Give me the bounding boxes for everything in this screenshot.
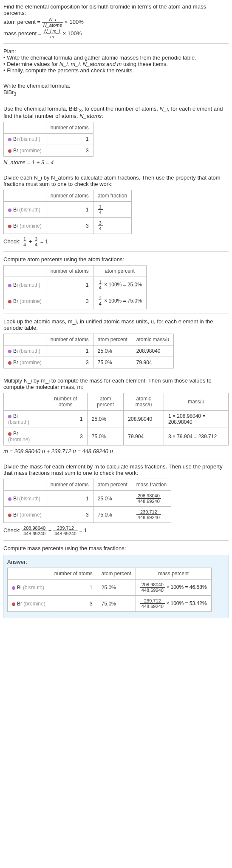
table-header-row: number of atoms atom percent	[4, 266, 147, 277]
count-text: Use the chemical formula, BiBr3, to coun…	[3, 106, 229, 120]
table-header-row: number of atoms atom percent atomic mass…	[4, 393, 229, 411]
col-num-atoms: number of atoms	[44, 393, 87, 411]
mass-percent-cell: 239.712448.69240 × 100% = 53.42%	[136, 596, 211, 612]
table-header-row: number of atoms atom percent atomic mass…	[4, 334, 174, 345]
divider	[3, 78, 229, 78]
element-cell: Br (bromine)	[8, 596, 50, 612]
table-row: Br (bromine) 3 75.0% 239.712448.69240 × …	[8, 596, 212, 612]
element-cell: Br (bromine)	[4, 428, 44, 445]
mass-calc: 3 × 79.904 = 239.712	[164, 428, 228, 445]
count-var2: N_atoms	[79, 113, 102, 119]
masspct-text: Compute mass percents using the mass fra…	[3, 545, 229, 551]
atom-count: 3	[46, 293, 93, 309]
element-symbol: Bi	[13, 348, 18, 354]
table-header-row: number of atoms atom fraction	[4, 190, 132, 202]
mass-percent-formula: mass percent = N_i m_i m × 100%	[3, 29, 229, 39]
mass-percent-fraction: N_i m_i m	[43, 29, 61, 39]
element-cell: Br (bromine)	[4, 507, 46, 523]
frac-den: 448.69240	[136, 499, 161, 504]
frac-den: 448.69240	[140, 588, 165, 593]
atomfrac-check: Check: 14 + 34 = 1	[3, 237, 229, 247]
table-row: Br (bromine) 3 75.0% 239.712448.69240	[4, 507, 171, 523]
fraction: 208.98040448.69240	[140, 582, 165, 593]
element-dot-icon	[8, 149, 11, 153]
fraction: 239.712448.69240	[136, 509, 161, 520]
element-dot-icon	[8, 300, 11, 303]
frac-num: N_i	[42, 17, 63, 23]
element-cell: Br (bromine)	[4, 218, 46, 234]
divider	[3, 314, 229, 314]
frac-den: 448.69240	[53, 531, 78, 536]
col-num-atoms: number of atoms	[46, 122, 93, 134]
atom-percent: 75.0%	[87, 428, 124, 445]
col-atom-percent: atom percent	[93, 479, 132, 491]
atom-count: 3	[46, 218, 93, 234]
plus-sign: +	[29, 238, 34, 245]
atomfrac-table: number of atoms atom fraction Bi (bismut…	[3, 190, 132, 234]
atom-count: 3	[46, 145, 93, 157]
atom-percent-formula: atom percent = N_i N_atoms × 100%	[3, 17, 229, 28]
col-mass-fraction: mass fraction	[132, 479, 171, 491]
table-row: Bi (bismuth) 1 25.0% 208.98040448.69240 …	[8, 580, 212, 596]
mass-lookup-text: Look up the atomic mass, m_i, in unified…	[3, 318, 229, 331]
atom-count: 1	[46, 345, 93, 357]
element-symbol: Bi	[13, 496, 18, 502]
element-symbol: Br	[13, 431, 18, 437]
divider	[3, 459, 229, 459]
col-blank	[4, 122, 46, 134]
fraction: 34	[98, 296, 103, 306]
formula-block: Write the chemical formula: BiBr3	[3, 83, 229, 97]
element-name: (bismuth)	[19, 348, 40, 354]
frac-num: N_i m_i	[43, 29, 61, 34]
element-cell: Bi (bismuth)	[4, 277, 46, 293]
check-eq: = 1	[40, 238, 48, 245]
atomfrac-text: Divide each N_i by N_atoms to calculate …	[3, 174, 229, 187]
element-dot-icon	[12, 586, 15, 590]
frac-den: 4	[22, 242, 27, 247]
element-symbol: Br	[13, 148, 18, 154]
table-row: Bi (bismuth) 1 25.0% 208.98040	[4, 345, 174, 357]
col-num-atoms: number of atoms	[46, 334, 93, 345]
element-symbol: Br	[13, 223, 18, 229]
element-dot-icon	[8, 361, 11, 365]
divider	[3, 540, 229, 541]
element-name: (bromine)	[20, 512, 41, 518]
element-symbol: Bi	[13, 282, 18, 288]
atom-count: 3	[44, 428, 87, 445]
element-cell: Bi (bismuth)	[8, 580, 50, 596]
element-cell: Bi (bismuth)	[4, 202, 46, 218]
natoms-sum: N_atoms = 1 + 3 = 4	[3, 159, 229, 166]
plan-b2-post: using these items.	[122, 61, 167, 67]
atomfrac-block: Divide each N_i by N_atoms to calculate …	[3, 174, 229, 247]
atom-percent: 25.0%	[93, 345, 132, 357]
atom-percent-fraction: N_i N_atoms	[42, 17, 63, 28]
pct-result: × 100% = 75.0%	[104, 298, 142, 304]
col-mass-percent: mass percent	[136, 568, 211, 580]
mass-mult-table: number of atoms atom percent atomic mass…	[3, 393, 229, 445]
answer-label: Answer:	[7, 559, 225, 565]
frac-den: 448.69240	[22, 531, 47, 536]
mass-percent-label: mass percent =	[3, 30, 41, 37]
element-name: (bismuth)	[8, 419, 29, 425]
fraction: 34	[98, 220, 103, 231]
atom-count: 1	[50, 580, 97, 596]
intro-block: Find the elemental composition for bismu…	[3, 3, 229, 39]
atompct-text: Compute atom percents using the atom fra…	[3, 256, 229, 263]
check-label: Check:	[3, 238, 22, 245]
frac-num: 208.98040	[136, 493, 161, 499]
divider	[3, 170, 229, 170]
col-blank	[4, 190, 46, 202]
frac-num: 239.712	[53, 525, 78, 531]
frac-num: 3	[98, 220, 103, 226]
table-row: Bi (bismuth) 1 25.0% 208.98040448.69240	[4, 491, 171, 507]
table-row: Bi (bismuth) 1 14 × 100% = 25.0%	[4, 277, 147, 293]
atom-count: 3	[46, 357, 93, 368]
element-dot-icon	[8, 350, 11, 353]
chemical-formula: BiBr3	[3, 89, 229, 97]
element-symbol: Bi	[13, 413, 18, 419]
col-blank	[4, 479, 46, 491]
divider	[3, 251, 229, 252]
mass-calc: 1 × 208.98040 = 208.98040	[164, 411, 228, 428]
fraction: 14	[98, 280, 103, 290]
mp-result: × 100% = 46.58%	[166, 584, 207, 590]
